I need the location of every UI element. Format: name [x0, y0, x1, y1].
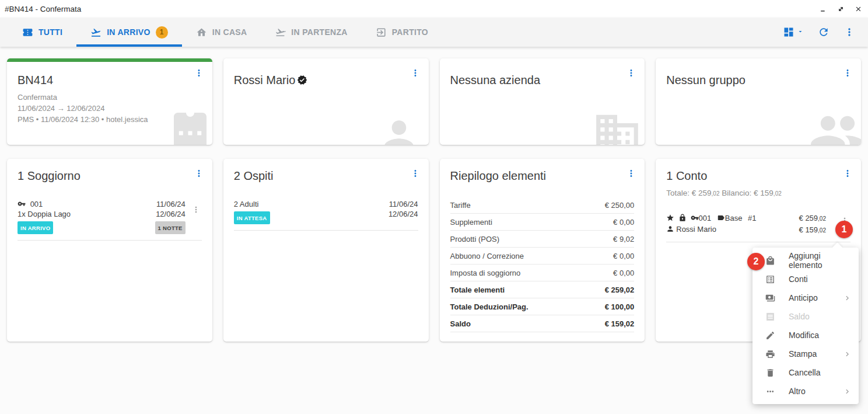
- menu-item-label: Altro: [789, 387, 843, 396]
- account-row-total-decimals: ,02: [818, 215, 826, 222]
- summary-label: Totale elementi: [450, 286, 505, 294]
- account-row-total: € 259: [799, 214, 818, 222]
- guests-count: 2 Adulti: [234, 199, 388, 209]
- banknote-icon: [765, 293, 775, 303]
- stay-room-number: 001: [30, 200, 43, 208]
- menu-item-label: Aggiungi elemento: [789, 251, 852, 270]
- group-menu-button[interactable]: [841, 67, 854, 79]
- refresh-button[interactable]: [818, 26, 830, 38]
- menu-item-cancella[interactable]: Cancella: [752, 363, 859, 382]
- tab-partito[interactable]: PARTITO: [362, 18, 442, 47]
- refresh-icon: [818, 26, 830, 38]
- account-row-balance: € 159: [799, 225, 818, 234]
- tab-in-arrivo[interactable]: IN ARRIVO 1: [76, 18, 182, 47]
- summary-label: Saldo: [450, 319, 471, 328]
- person-icon: [666, 225, 674, 233]
- summary-row-deductions: Totale Deduzioni/Pag. € 100,00: [450, 298, 635, 315]
- summary-row: Abbuono / Correzione € 0,00: [450, 248, 635, 265]
- account-balance-value: € 159: [754, 189, 774, 197]
- menu-item-aggiungi-elemento[interactable]: Aggiungi elemento: [752, 251, 859, 270]
- chevron-down-icon: [797, 27, 804, 37]
- summary-row: Supplementi € 0,00: [450, 214, 635, 231]
- menu-item-anticipo[interactable]: Anticipo: [752, 288, 859, 307]
- stay-row-menu-button[interactable]: [190, 205, 202, 214]
- menu-item-altro[interactable]: Altro: [752, 382, 859, 401]
- window-controls: [819, 5, 862, 13]
- building-watermark-icon: [592, 109, 642, 145]
- guests-status-chip: IN ATTESA: [234, 211, 270, 224]
- stay-date-to: 12/06/24: [155, 209, 186, 219]
- summary-value: € 0,00: [613, 269, 634, 277]
- tab-in-casa[interactable]: IN CASA: [182, 18, 261, 47]
- account-room-key: 001: [699, 214, 712, 222]
- stay-row[interactable]: 001 1x Doppia Lago IN ARRIVO 11/06/24 12…: [18, 199, 202, 241]
- more-options-button[interactable]: [844, 26, 855, 38]
- guests-date-to: 12/06/24: [388, 209, 418, 219]
- person-watermark-icon: [377, 113, 421, 145]
- booking-menu-button[interactable]: [192, 67, 205, 79]
- card-group: Nessun gruppo: [656, 58, 861, 145]
- summary-row-total: Totale elementi € 259,02: [450, 281, 635, 298]
- tab-label: TUTTI: [38, 27, 62, 37]
- maximize-icon[interactable]: [836, 5, 845, 13]
- menu-item-stampa[interactable]: Stampa: [752, 345, 859, 363]
- summary-label: Prodotti (POS): [450, 235, 500, 243]
- card-company: Nessuna azienda: [440, 58, 645, 145]
- group-watermark-icon: [808, 104, 861, 145]
- account-menu-button[interactable]: [841, 167, 854, 180]
- close-icon[interactable]: [854, 5, 862, 13]
- account-title: 1 Conto: [666, 169, 850, 183]
- menu-item-modifica[interactable]: Modifica: [752, 326, 859, 345]
- menu-item-saldo: Saldo: [752, 307, 859, 326]
- chevron-right-icon: [843, 350, 852, 359]
- tab-label: IN PARTENZA: [291, 27, 347, 37]
- account-row[interactable]: 001 Base #1 Rossi Mario € 259,02 € 159,0…: [666, 213, 850, 242]
- tab-tutti[interactable]: TUTTI: [8, 18, 76, 47]
- account-guest-name: Rossi Mario: [676, 225, 716, 234]
- tabs: TUTTI IN ARRIVO 1 IN CASA IN PARTENZA: [0, 18, 442, 47]
- summary-title: Riepilogo elementi: [450, 169, 635, 183]
- account-amounts: € 259,02 € 159,02: [799, 213, 834, 236]
- minimize-icon[interactable]: [819, 5, 827, 13]
- chevron-right-icon: [843, 387, 852, 396]
- verified-icon: [297, 75, 307, 85]
- stay-date-from: 11/06/24: [155, 199, 186, 209]
- menu-item-conti[interactable]: Conti: [752, 270, 859, 288]
- tab-in-partenza[interactable]: IN PARTENZA: [261, 18, 361, 47]
- layout-switch-button[interactable]: [783, 26, 804, 38]
- home-icon: [196, 27, 207, 38]
- guests-row[interactable]: 2 Adulti IN ATTESA 11/06/24 12/06/24: [234, 199, 418, 231]
- key-icon: [18, 200, 26, 208]
- summary-menu-button[interactable]: [625, 167, 638, 180]
- account-totals: Totale: € 259,02 Bilancio: € 159,02: [666, 189, 850, 197]
- annotation-step-2-badge: 2: [747, 253, 765, 270]
- card-summary: Riepilogo elementi Tariffe € 250,00 Supp…: [440, 159, 645, 342]
- summary-label: Supplementi: [450, 218, 492, 227]
- exit-icon: [376, 27, 387, 38]
- summary-table: Tariffe € 250,00 Supplementi € 0,00 Prod…: [450, 197, 635, 332]
- tab-label: PARTITO: [392, 27, 428, 37]
- guests-menu-button[interactable]: [409, 167, 422, 180]
- trash-icon: [765, 368, 775, 378]
- company-menu-button[interactable]: [625, 67, 638, 79]
- menu-item-label: Conti: [789, 274, 852, 284]
- stay-status-chip: IN ARRIVO: [18, 221, 53, 234]
- guest-menu-button[interactable]: [409, 67, 422, 79]
- summary-row: Prodotti (POS) € 9,02: [450, 231, 635, 248]
- tab-label: IN ARRIVO: [107, 27, 150, 37]
- account-rate: Base: [725, 214, 743, 222]
- menu-item-label: Modifica: [789, 330, 852, 340]
- account-total-label: Totale:: [666, 189, 690, 197]
- summary-value: € 9,02: [613, 235, 634, 243]
- window-titlebar: #BN414 - Confermata: [0, 0, 868, 18]
- flight-land-icon: [90, 27, 102, 38]
- tag-icon: [717, 214, 725, 222]
- ellipsis-icon: [765, 387, 775, 396]
- tab-bar: TUTTI IN ARRIVO 1 IN CASA IN PARTENZA: [0, 18, 868, 47]
- summary-value: € 259,02: [605, 286, 635, 294]
- card-guests: 2 Ospiti 2 Adulti IN ATTESA 11/06/24 12/…: [223, 159, 429, 342]
- card-stay: 1 Soggiorno 001 1x Doppia Lago IN ARRIVO…: [7, 159, 212, 342]
- account-balance-decimals: ,02: [774, 190, 782, 197]
- account-number: #1: [748, 214, 756, 222]
- stay-menu-button[interactable]: [192, 167, 205, 180]
